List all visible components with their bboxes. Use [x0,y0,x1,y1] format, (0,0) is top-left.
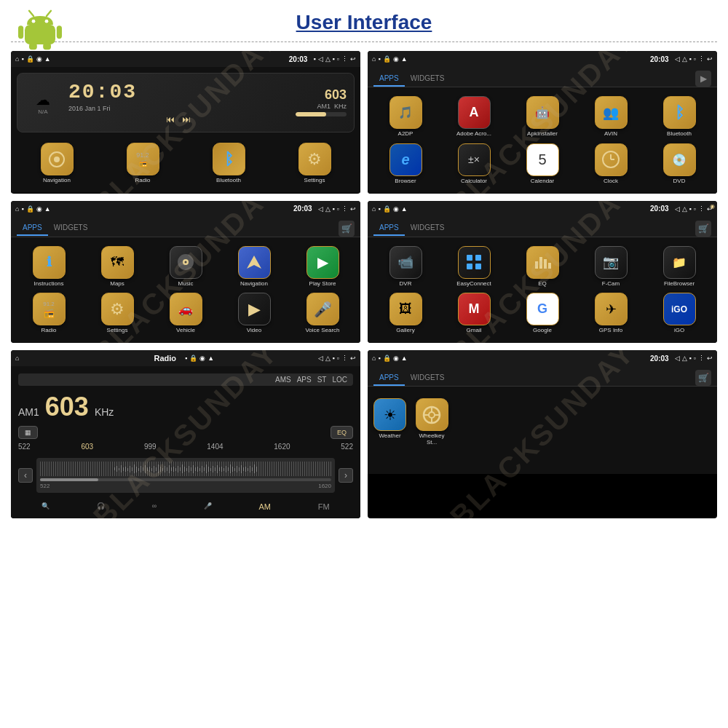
search-btn[interactable]: 🔍 [41,502,50,511]
app-navigation[interactable]: Navigation [17,143,97,184]
app-gmail[interactable]: M Gmail [442,293,506,334]
grid-view-btn[interactable]: ▦ [18,426,38,439]
app-wheelkey[interactable]: Wheelkey St... [414,398,450,446]
home-content: ☁ N/A 20:03 2016 Jan 1 Fri ⏮ ⏭ 603 AM1 K… [11,67,360,193]
fm-btn[interactable]: FM [318,502,330,511]
app-gallery[interactable]: 🖼 Gallery [373,293,438,334]
app-vehicle[interactable]: 🚗 Vehicle [154,293,218,334]
vol-icon-4: ◁ [675,205,680,213]
app-radio[interactable]: 91.2 📻 Radio [103,143,183,184]
lock-icon-6: 🔒 [383,355,391,362]
app-browser[interactable]: e Browser [373,143,438,185]
app-music[interactable]: Music [154,246,218,288]
settings-icon-2: ⚙ [101,293,134,325]
preset-1404[interactable]: 1404 [207,443,223,451]
app-igo[interactable]: iGO iGO [647,293,711,334]
app-clock[interactable]: Clock [579,143,643,185]
app-settings[interactable]: ⚙ Settings [274,143,355,184]
svg-rect-25 [548,263,551,269]
radio-band-label: AM1 [18,406,39,418]
app-easyconnect[interactable]: EasyConnect [442,246,506,288]
image-icon: ▪ [21,55,23,63]
page: User Interface BLACKSUNDAY ⌂ ▪ 🔒 ◉ ▲ 20:… [0,0,728,728]
app-apkinstaller[interactable]: 🤖 ApkInstaller [510,96,574,138]
prev-arrow[interactable]: ⏮ [166,114,175,124]
app-radio-2[interactable]: 91.2 📻 Radio [17,293,81,334]
app-eq[interactable]: EQ [510,246,574,288]
next-arrow[interactable]: ⏭ [182,114,191,124]
svg-rect-7 [29,43,37,50]
app-adobe[interactable]: A Adobe Acro... [442,96,506,138]
app-google[interactable]: G Google [510,293,574,334]
slider-next-btn[interactable]: › [339,468,353,483]
headphone-btn[interactable]: 🎧 [97,502,105,511]
status-right-4: ◁ △ ▪ ▫ ⋮ ↩ [675,205,713,213]
tab-apps-3[interactable]: APPS [17,221,48,236]
loc-icon-5: ◉ [199,355,205,362]
win-icon-2: ▫ [694,55,696,63]
app-calendar[interactable]: 5 Calendar [510,143,574,185]
preset-603[interactable]: 603 [81,443,93,451]
app-filebrowser[interactable]: 📁 ◉ FileBrowser [647,246,711,288]
slider-track[interactable] [40,478,331,481]
store-icon-4[interactable]: 🛒 [695,221,711,237]
app-a2dp[interactable]: 🎵 A2DP [373,96,438,138]
preset-522[interactable]: 522 [18,443,31,451]
app-playstore[interactable]: ▶ Play Store [290,246,355,288]
app-bluetooth-2[interactable]: ᛒ Bluetooth [647,96,711,138]
home-icon-5: ⌂ [15,355,19,362]
tab-apps-2[interactable]: APPS [373,71,405,87]
app-settings-2[interactable]: ⚙ Settings [85,293,149,334]
tab-widgets-2[interactable]: WIDGETS [405,71,451,87]
store-icon-2[interactable]: ▶ [695,71,711,87]
navigation-icon-img [41,143,74,175]
mic-btn[interactable]: 🎤 [204,502,212,511]
app-dvr[interactable]: 📹 DVR [373,246,438,288]
am-btn[interactable]: AM [259,502,272,511]
apk-icon: 🤖 [526,96,559,129]
repeat-btn[interactable]: ∞ [152,502,157,511]
app-navigation-2[interactable]: Navigation [222,246,286,288]
calc-icon: ±× [458,143,491,176]
weather-label: Weather [379,433,400,440]
store-icon-6[interactable]: 🛒 [695,370,711,386]
svg-rect-73 [217,465,218,473]
preset-1620[interactable]: 1620 [274,443,290,451]
eq-btn[interactable]: EQ [331,426,353,439]
tab-widgets-4[interactable]: WIDGETS [405,221,451,236]
tab-widgets-6[interactable]: WIDGETS [405,371,451,386]
win-icon-5: ▫ [337,355,339,362]
preset-999[interactable]: 999 [144,443,157,451]
svg-rect-42 [149,467,150,472]
img2-icon-6: ▪ [689,355,692,362]
svg-rect-57 [182,464,183,473]
svg-rect-78 [228,467,229,471]
app-avin[interactable]: 👥 AVIN [579,96,643,138]
navigation-label: Navigation [43,178,71,184]
tab-apps-6[interactable]: APPS [373,371,405,386]
slider-prev-btn[interactable]: ‹ [18,468,33,483]
tab-apps-4[interactable]: APPS [373,221,405,236]
apps4-content: ☀ Weather [368,387,717,474]
radio-mode-bar: AMS APS ST LOC [18,373,353,386]
headphone-icon: 🎧 [97,502,105,510]
app-calculator[interactable]: ±× Calculator [442,143,506,185]
app-voice-search[interactable]: 🎤 Voice Search [290,293,355,334]
app-fcam[interactable]: 📷 F-Cam [579,246,643,288]
app-video[interactable]: ▶ Video [222,293,286,334]
loc-icon-3: ◉ [36,205,42,213]
store-icon-3[interactable]: 🛒 [339,221,355,237]
app-gpsinfo[interactable]: ✈ GPS Info [579,293,643,334]
preset-522b[interactable]: 522 [341,443,353,451]
app-weather[interactable]: ☀ Weather [373,398,406,446]
svg-rect-68 [206,464,207,473]
app-dvd[interactable]: 💿 DVD [647,143,711,185]
app-instructions[interactable]: ℹ Instructions [17,246,81,288]
app-bluetooth[interactable]: ᛒ Bluetooth [189,143,269,184]
nav-arrows[interactable]: ⏮ ⏭ [68,114,288,124]
tab-widgets-3[interactable]: WIDGETS [48,221,94,236]
image2-icon: ▪ [333,55,335,63]
app-maps[interactable]: 🗺 Maps [85,246,149,288]
maps-label: Maps [110,281,124,288]
radio-bottom-bar: 🔍 🎧 ∞ 🎤 AM FM [18,502,353,511]
